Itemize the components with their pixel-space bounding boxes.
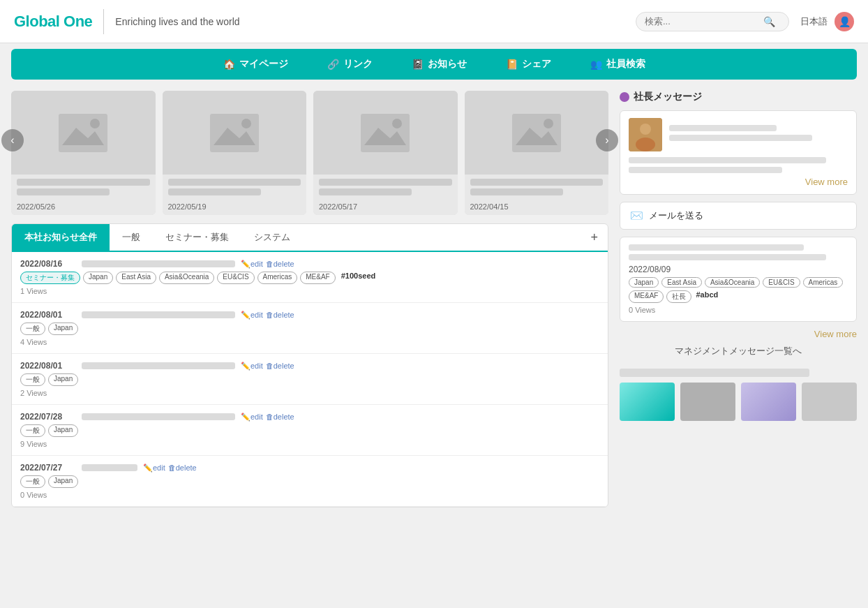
- search-area[interactable]: 🔍: [636, 12, 789, 31]
- tagline: Enriching lives and the world: [115, 16, 636, 27]
- delete-button-1[interactable]: 🗑delete: [266, 260, 294, 269]
- news-item-2-header: 2022/08/01 ✏️edit 🗑delete: [20, 310, 599, 320]
- news-list: 2022/08/16 ✏️edit 🗑delete セミナー・募集 Japan …: [12, 252, 608, 507]
- news-item-3-header: 2022/08/01 ✏️edit 🗑delete: [20, 361, 599, 371]
- tab-system[interactable]: システム: [241, 224, 303, 251]
- tag-general-2[interactable]: 一般: [20, 322, 45, 335]
- comment-date: 2022/08/09: [629, 265, 848, 274]
- delete-button-5[interactable]: 🗑delete: [168, 464, 197, 473]
- section-title-label: 社長メッセージ: [634, 91, 702, 103]
- tag-eu-cis-1[interactable]: EU&CIS: [217, 272, 254, 284]
- tag-americas-1[interactable]: Americas: [257, 272, 298, 284]
- title-blur: [669, 135, 812, 141]
- news-actions-5: ✏️edit 🗑delete: [143, 464, 197, 473]
- caption-blur-7: [470, 179, 604, 186]
- carousel-card-4[interactable]: 2022/04/15: [465, 91, 609, 215]
- comment-blur-2: [629, 254, 826, 260]
- tag-japan-5[interactable]: Japan: [48, 475, 78, 488]
- ctag-meaf[interactable]: ME&AF: [629, 290, 664, 303]
- avatar-text-block: [669, 125, 848, 144]
- tag-japan-2[interactable]: Japan: [48, 322, 78, 335]
- edit-button-3[interactable]: ✏️edit: [241, 362, 263, 371]
- ctag-shacho[interactable]: 社長: [666, 290, 691, 303]
- tags-row-1: セミナー・募集 Japan East Asia Asia&Oceania EU&…: [20, 272, 599, 284]
- views-2: 4 Views: [20, 338, 599, 346]
- ctag-americas[interactable]: Americas: [803, 277, 844, 288]
- nav-item-staff[interactable]: 👥 社員検索: [571, 49, 665, 80]
- add-news-button[interactable]: +: [581, 225, 608, 251]
- view-more-button-2[interactable]: View more: [620, 329, 857, 339]
- nav-item-news[interactable]: 📓 お知らせ: [392, 49, 486, 80]
- ctag-eu-cis[interactable]: EU&CIS: [763, 277, 800, 288]
- carousel-date-1: 2022/05/26: [11, 201, 156, 215]
- carousel-caption-3: [313, 175, 458, 201]
- thumb-2[interactable]: [680, 383, 735, 421]
- carousel-card-3[interactable]: 2022/05/17: [313, 91, 458, 215]
- view-more-button[interactable]: View more: [629, 177, 848, 187]
- news-item-1: 2022/08/16 ✏️edit 🗑delete セミナー・募集 Japan …: [12, 252, 608, 303]
- nav-item-share[interactable]: 📔 シェア: [486, 49, 571, 80]
- bubble-icon: [620, 92, 629, 102]
- hashtag-1: #100seed: [341, 272, 376, 284]
- tag-asia-oceania-1[interactable]: Asia&Oceania: [159, 272, 214, 284]
- tag-general-5[interactable]: 一般: [20, 475, 45, 488]
- news-icon: 📓: [412, 59, 424, 70]
- edit-button-5[interactable]: ✏️edit: [143, 464, 165, 473]
- news-date-3: 2022/08/01: [20, 361, 76, 371]
- tag-general-4[interactable]: 一般: [20, 424, 45, 437]
- carousel-section: ‹ 2022/05/26: [11, 91, 608, 215]
- image-placeholder-icon-4: [512, 114, 561, 152]
- mail-button[interactable]: ✉️ メールを送る: [620, 202, 857, 230]
- edit-button-2[interactable]: ✏️edit: [241, 311, 263, 320]
- delete-button-2[interactable]: 🗑delete: [266, 311, 294, 320]
- carousel-card-1[interactable]: 2022/05/26: [11, 91, 156, 215]
- news-title-blur-4: [82, 413, 235, 420]
- svg-point-1: [90, 119, 100, 128]
- main-content: ‹ 2022/05/26: [0, 85, 868, 513]
- nav-item-link[interactable]: 🔗 リンク: [308, 49, 392, 80]
- search-icon: 🔍: [763, 16, 775, 27]
- mgmt-link[interactable]: マネジメントメッセージ一覧へ: [620, 339, 857, 363]
- tags-row-4: 一般 Japan: [20, 424, 599, 437]
- delete-button-3[interactable]: 🗑delete: [266, 362, 294, 371]
- search-input[interactable]: [645, 16, 763, 27]
- delete-button-4[interactable]: 🗑delete: [266, 413, 294, 422]
- news-actions-1: ✏️edit 🗑delete: [241, 260, 294, 269]
- tag-seminar-1[interactable]: セミナー・募集: [20, 272, 80, 284]
- tag-meaf-1[interactable]: ME&AF: [300, 272, 335, 284]
- tag-japan-1[interactable]: Japan: [83, 272, 113, 284]
- tag-japan-3[interactable]: Japan: [48, 373, 78, 386]
- user-avatar[interactable]: 👤: [835, 12, 854, 31]
- tag-general-3[interactable]: 一般: [20, 373, 45, 386]
- lang-label[interactable]: 日本語: [800, 15, 828, 28]
- news-title-blur-1: [82, 260, 235, 267]
- ctag-east-asia[interactable]: East Asia: [661, 277, 702, 288]
- carousel-card-2[interactable]: 2022/05/19: [163, 91, 307, 215]
- ctag-japan[interactable]: Japan: [629, 277, 659, 288]
- thumb-1[interactable]: [620, 383, 675, 421]
- edit-button-1[interactable]: ✏️edit: [241, 260, 263, 269]
- comment-hashtag: #abcd: [696, 290, 718, 303]
- svg-point-7: [392, 119, 402, 128]
- tabs-bar: 本社お知らせ全件 一般 セミナー・募集 システム +: [12, 224, 608, 252]
- nav-item-mypage[interactable]: 🏠 マイページ: [204, 49, 308, 80]
- image-placeholder-icon-3: [361, 114, 410, 152]
- caption-blur-8: [470, 188, 563, 195]
- ctag-asia-oceania[interactable]: Asia&Oceania: [705, 277, 760, 288]
- tab-general[interactable]: 一般: [110, 224, 153, 251]
- tab-seminar[interactable]: セミナー・募集: [153, 224, 241, 251]
- carousel-image-2: [163, 91, 307, 175]
- thumb-4[interactable]: [802, 383, 857, 421]
- tab-all[interactable]: 本社お知らせ全件: [12, 224, 110, 251]
- tag-japan-4[interactable]: Japan: [48, 424, 78, 437]
- carousel-caption-1: [11, 175, 156, 201]
- avatar: [629, 118, 662, 151]
- thumb-3[interactable]: [741, 383, 796, 421]
- bottom-blur: [620, 369, 809, 377]
- edit-button-4[interactable]: ✏️edit: [241, 413, 263, 422]
- carousel-next-button[interactable]: ›: [596, 129, 618, 151]
- avatar-image: [629, 118, 662, 151]
- carousel-image-4: [465, 91, 609, 175]
- tag-east-asia-1[interactable]: East Asia: [116, 272, 156, 284]
- carousel-prev-button[interactable]: ‹: [1, 129, 24, 151]
